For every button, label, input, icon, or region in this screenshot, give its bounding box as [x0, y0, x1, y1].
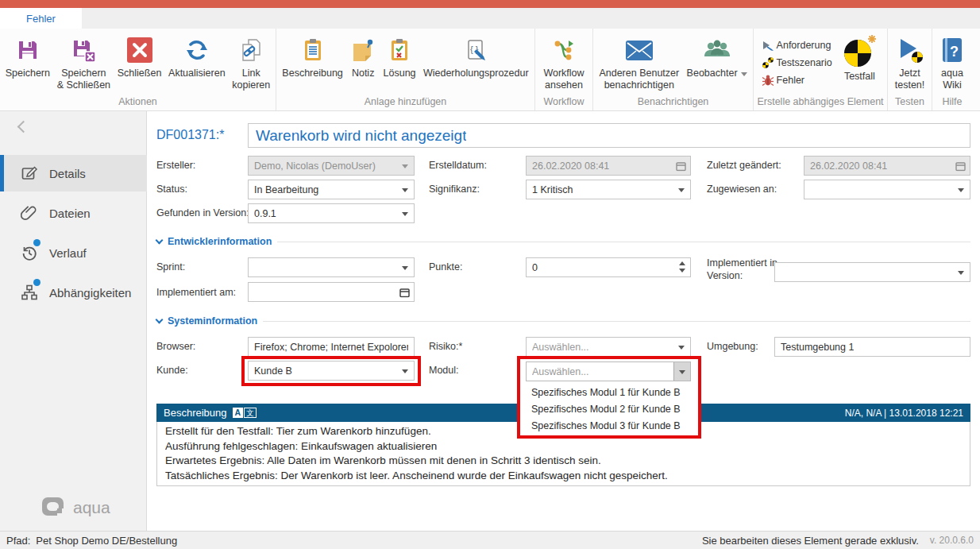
- save-icon: [15, 33, 41, 68]
- close-icon: [126, 33, 153, 68]
- calendar-icon: [955, 160, 966, 171]
- clipboard-icon: [300, 33, 326, 68]
- tab-fehler[interactable]: Fehler: [0, 8, 82, 29]
- modul-option[interactable]: Spezifisches Modul 2 für Kunde B: [526, 400, 691, 417]
- note-button[interactable]: Notiz: [349, 33, 377, 79]
- create-requirement-button[interactable]: Anforderung: [762, 37, 832, 53]
- sidebar-collapse-icon[interactable]: [17, 121, 30, 133]
- paperclip-icon: [21, 204, 38, 222]
- sidebar: Details Dateien Verlauf Abhängigkeiten a…: [0, 111, 147, 531]
- form-content: DF001371:* Warenkorb wird nicht angezeig…: [147, 111, 980, 531]
- section-entwicklerinformation[interactable]: Entwicklerinformation: [156, 235, 970, 248]
- browser-label: Browser:: [156, 341, 195, 352]
- section-systeminformation[interactable]: Systeminformation: [156, 315, 970, 327]
- chevron-down-icon: [678, 188, 685, 192]
- repeat-procedure-button[interactable]: { } Wiederholungsprozedur: [422, 33, 531, 79]
- chevron-down-icon: [402, 212, 408, 216]
- punkte-stepper[interactable]: 0: [526, 257, 691, 277]
- envelope-icon: [625, 33, 654, 68]
- notify-users-button[interactable]: Anderen Benutzer benachrichtigen: [597, 33, 681, 91]
- save-close-button[interactable]: Speichern & Schließen: [56, 33, 112, 91]
- create-defect-button[interactable]: Fehler: [762, 72, 832, 88]
- description-button[interactable]: Beschreibung: [280, 33, 344, 79]
- chevron-down-icon: [958, 188, 964, 192]
- dropdown-button[interactable]: [673, 362, 690, 381]
- umgebung-field[interactable]: Testumgebung 1: [774, 337, 970, 357]
- gefunden-in-version-field[interactable]: 0.9.1: [248, 203, 415, 223]
- zuletzt-geaendert-label: Zuletzt geändert:: [707, 160, 781, 171]
- modul-option[interactable]: Spezifisches Modul 1 für Kunde B: [526, 384, 691, 400]
- umgebung-label: Umgebung:: [707, 341, 758, 352]
- implementiert-in-version-field[interactable]: [774, 262, 970, 282]
- modul-option[interactable]: Spezifisches Modul 3 für Kunde B: [526, 417, 691, 434]
- sidebar-item-abhaengigkeiten[interactable]: Abhängigkeiten: [0, 274, 147, 311]
- item-id: DF001371:*: [156, 128, 224, 142]
- zuletzt-geaendert-field: 26.02.2020 08:41: [804, 156, 970, 176]
- tab-row: Fehler: [0, 8, 980, 29]
- kunde-field[interactable]: Kunde B: [248, 361, 415, 381]
- modul-field[interactable]: Auswählen...: [526, 361, 691, 381]
- status-label: Status:: [156, 184, 187, 195]
- create-test-case-button[interactable]: Testfall: [839, 33, 879, 83]
- test-case-icon: [841, 33, 878, 71]
- chevron-down-icon: [679, 370, 685, 374]
- calendar-icon: [676, 160, 686, 171]
- status-field[interactable]: In Bearbeitung: [248, 180, 415, 199]
- solution-button[interactable]: Lösung: [382, 33, 418, 79]
- ribbon-group-testen: Jetzt testen! Testen: [888, 29, 932, 110]
- run-test-button[interactable]: Jetzt testen!: [893, 33, 927, 91]
- spinner-arrows-icon[interactable]: [679, 261, 685, 273]
- zugewiesen-an-field[interactable]: [804, 180, 970, 199]
- title-input[interactable]: Warenkorb wird nicht angezeigt: [248, 123, 970, 148]
- chevron-down-icon: [678, 346, 685, 350]
- titlebar: [0, 0, 980, 8]
- path-label: Pfad:: [6, 535, 30, 547]
- zugewiesen-an-label: Zugewiesen an:: [707, 184, 777, 195]
- observers-button[interactable]: Beobachter: [685, 33, 749, 79]
- browser-field[interactable]: Firefox; Chrome; Internet Expolorer; ...: [248, 337, 415, 357]
- close-button[interactable]: Schließen: [116, 33, 164, 79]
- view-workflow-button[interactable]: Workflow ansehen: [542, 33, 585, 91]
- chevron-down-icon: [741, 72, 747, 76]
- run-test-icon: [896, 33, 924, 68]
- copy-link-icon: [238, 33, 264, 68]
- create-test-scenario-button[interactable]: Testszenario: [762, 55, 832, 71]
- refresh-button[interactable]: Aktualisieren: [167, 33, 227, 79]
- wiki-icon: ?: [939, 33, 965, 68]
- observers-icon: [702, 33, 732, 68]
- workflow-icon: [550, 33, 577, 68]
- wiki-button[interactable]: ? aqua Wiki: [938, 33, 966, 91]
- translate-icon[interactable]: A 文: [233, 408, 257, 418]
- bug-icon: [762, 74, 774, 87]
- solution-icon: [387, 33, 412, 68]
- gefunden-in-version-label: Gefunden in Version:: [156, 207, 249, 218]
- kunde-label: Kunde:: [156, 365, 188, 376]
- main-area: Details Dateien Verlauf Abhängigkeiten a…: [0, 111, 980, 531]
- ribbon-group-benachrichtigen: Anderen Benutzer benachrichtigen Beobach…: [593, 29, 754, 110]
- signifikanz-field[interactable]: 1 Kritisch: [526, 180, 691, 199]
- ribbon-group-aktionen: Speichern Speichern & Schließen Schließe…: [0, 29, 276, 110]
- erstelldatum-field: 26.02.2020 08:41: [526, 156, 691, 176]
- erstelldatum-label: Erstelldatum:: [429, 160, 487, 171]
- description-meta: N/A, N/A | 13.01.2018 12:21: [845, 408, 963, 419]
- sidebar-item-verlauf[interactable]: Verlauf: [0, 234, 147, 271]
- ribbon: Speichern Speichern & Schließen Schließe…: [0, 29, 980, 111]
- repeat-procedure-icon: { }: [463, 33, 488, 68]
- copy-link-button[interactable]: Link kopieren: [230, 33, 272, 91]
- requirement-icon: [762, 39, 774, 52]
- risiko-field[interactable]: Auswählen...: [526, 337, 691, 357]
- sprint-label: Sprint:: [156, 261, 185, 273]
- sidebar-item-details[interactable]: Details: [0, 155, 147, 191]
- aqua-logo-icon: [41, 497, 67, 518]
- sidebar-item-dateien[interactable]: Dateien: [0, 195, 147, 231]
- chevron-down-icon: [402, 188, 408, 192]
- save-button[interactable]: Speichern: [4, 33, 52, 79]
- ersteller-field: Demo, Nicolas (DemoUser): [248, 156, 415, 176]
- chevron-down-icon: [156, 236, 164, 244]
- dependencies-icon: [21, 284, 38, 301]
- edit-icon: [21, 164, 38, 182]
- version-label: v. 20.0.6.0: [930, 535, 974, 546]
- sprint-field[interactable]: [248, 257, 415, 277]
- implementiert-am-field[interactable]: [248, 282, 415, 302]
- svg-text:?: ?: [950, 44, 959, 60]
